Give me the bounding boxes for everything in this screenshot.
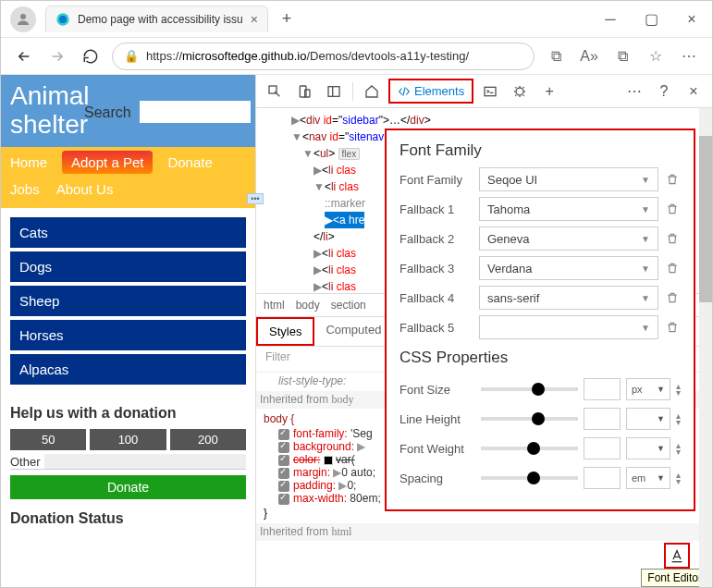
list-item[interactable]: Sheep xyxy=(10,286,246,316)
reader-icon[interactable]: A» xyxy=(577,44,601,68)
maximize-button[interactable]: ▢ xyxy=(631,1,671,38)
nav-adopt[interactable]: Adopt a Pet xyxy=(62,151,153,174)
css-property-row: Font Weight ▼ ▴▾ xyxy=(400,437,681,459)
console-icon[interactable] xyxy=(477,79,503,104)
amount-100[interactable]: 100 xyxy=(90,429,166,450)
nav-donate[interactable]: Donate xyxy=(166,151,214,174)
favorite-icon[interactable]: ☆ xyxy=(644,44,668,68)
category-list: Cats Dogs Sheep Horses Alpacas xyxy=(1,208,255,398)
forward-button xyxy=(45,44,69,68)
tab-elements[interactable]: Elements xyxy=(388,79,473,104)
donation-section: Help us with a donation 50 100 200 Other… xyxy=(1,405,255,499)
nav-home[interactable]: Home xyxy=(8,151,49,174)
collections-icon[interactable]: ⧉ xyxy=(610,44,634,68)
slider[interactable] xyxy=(481,447,578,450)
more-tools-icon[interactable]: ⋯ xyxy=(621,79,647,104)
devtools-panel: ••• Elements + ⋯ ? × ▶<div id="sidebar">… xyxy=(256,75,712,587)
page-viewport: Animalshelter Search Home Adopt a Pet Do… xyxy=(1,75,256,587)
close-devtools-icon[interactable]: × xyxy=(681,79,707,104)
tab-title: Demo page with accessibility issu xyxy=(78,13,243,26)
font-select[interactable]: ▼ xyxy=(479,315,658,339)
list-item[interactable]: Alpacas xyxy=(10,354,246,385)
welcome-icon[interactable] xyxy=(359,79,385,104)
amount-50[interactable]: 50 xyxy=(10,429,86,450)
font-editor-button[interactable] xyxy=(664,543,690,569)
css-property-row: Line Height ▼ ▴▾ xyxy=(400,408,681,430)
stepper[interactable]: ▴▾ xyxy=(676,383,681,396)
trash-icon[interactable] xyxy=(664,291,681,304)
font-family-row: Fallback 5 ▼ xyxy=(400,315,681,339)
amount-200[interactable]: 200 xyxy=(170,429,246,450)
slider[interactable] xyxy=(481,387,578,391)
panel-icon[interactable] xyxy=(321,79,347,104)
close-window-button[interactable]: × xyxy=(671,1,712,38)
css-property-row: Spacing em▼ ▴▾ xyxy=(400,467,681,489)
prop-label: Font Weight xyxy=(400,442,475,456)
nav-about[interactable]: About Us xyxy=(55,178,116,201)
help-icon[interactable]: ? xyxy=(651,79,677,104)
css-property-row: Font Size px▼ ▴▾ xyxy=(400,378,681,400)
close-icon[interactable]: × xyxy=(251,12,258,27)
font-select[interactable]: sans-serif▼ xyxy=(479,286,658,310)
minimize-button[interactable]: ─ xyxy=(590,1,631,38)
profile-avatar[interactable] xyxy=(10,6,36,32)
stepper[interactable]: ▴▾ xyxy=(676,442,681,455)
browser-tab[interactable]: Demo page with accessibility issu × xyxy=(45,6,268,32)
value-input[interactable] xyxy=(584,408,621,430)
more-icon[interactable]: ⋯ xyxy=(677,44,701,68)
unit-select[interactable]: em▼ xyxy=(626,467,670,489)
unit-select[interactable]: ▼ xyxy=(626,408,670,430)
row-label: Fallback 2 xyxy=(400,232,473,246)
font-family-row: Font Family Seqoe UI▼ xyxy=(400,167,681,191)
font-select[interactable]: Verdana▼ xyxy=(479,256,658,280)
issues-icon[interactable] xyxy=(507,79,533,104)
font-family-row: Fallback 2 Geneva▼ xyxy=(400,227,681,251)
status-heading: Donation Status xyxy=(10,510,246,527)
svg-point-9 xyxy=(516,88,523,95)
list-item[interactable]: Cats xyxy=(10,217,246,248)
unit-select[interactable]: px▼ xyxy=(626,378,670,400)
trash-icon[interactable] xyxy=(664,262,681,275)
row-label: Fallback 3 xyxy=(400,262,473,276)
trash-icon[interactable] xyxy=(664,173,681,186)
search-label: Search xyxy=(84,104,131,121)
device-icon[interactable] xyxy=(291,79,317,104)
unit-select[interactable]: ▼ xyxy=(626,437,670,459)
font-select[interactable]: Tahoma▼ xyxy=(479,197,658,221)
value-input[interactable] xyxy=(584,437,621,459)
back-button[interactable] xyxy=(12,44,36,68)
tab-styles[interactable]: Styles xyxy=(256,317,314,346)
trash-icon[interactable] xyxy=(664,321,681,334)
other-input[interactable] xyxy=(44,454,246,469)
add-tab-icon[interactable]: + xyxy=(536,79,562,104)
slider[interactable] xyxy=(481,417,578,421)
search-input[interactable] xyxy=(140,101,251,123)
stepper[interactable]: ▴▾ xyxy=(676,472,681,484)
address-bar[interactable]: 🔒 https://microsoftedge.github.io/Demos/… xyxy=(112,43,535,70)
list-item[interactable]: Horses xyxy=(10,320,246,350)
trash-icon[interactable] xyxy=(664,202,681,215)
font-select[interactable]: Geneva▼ xyxy=(479,227,658,251)
tab-actions-icon[interactable]: ⧉ xyxy=(544,44,568,68)
list-item[interactable]: Dogs xyxy=(10,251,246,282)
value-input[interactable] xyxy=(584,467,621,489)
trash-icon[interactable] xyxy=(664,232,681,245)
scrollbar[interactable] xyxy=(699,108,712,587)
svg-point-2 xyxy=(59,16,67,23)
prop-label: Spacing xyxy=(400,472,475,485)
new-tab-button[interactable]: + xyxy=(274,6,300,32)
value-input[interactable] xyxy=(584,378,621,400)
slider[interactable] xyxy=(481,476,578,480)
font-family-heading: Font Family xyxy=(400,141,681,160)
drag-handle[interactable]: ••• xyxy=(247,193,264,204)
nav-jobs[interactable]: Jobs xyxy=(8,178,42,201)
site-nav: Home Adopt a Pet Donate Jobs About Us xyxy=(1,147,255,208)
donate-button[interactable]: Donate xyxy=(10,475,246,499)
inspect-icon[interactable] xyxy=(262,79,288,104)
refresh-button[interactable] xyxy=(79,44,103,68)
tab-computed[interactable]: Computed xyxy=(314,317,392,346)
row-label: Font Family xyxy=(400,173,473,187)
font-select[interactable]: Seqoe UI▼ xyxy=(479,167,658,191)
page-header: Animalshelter Search xyxy=(1,75,255,147)
stepper[interactable]: ▴▾ xyxy=(676,412,681,425)
